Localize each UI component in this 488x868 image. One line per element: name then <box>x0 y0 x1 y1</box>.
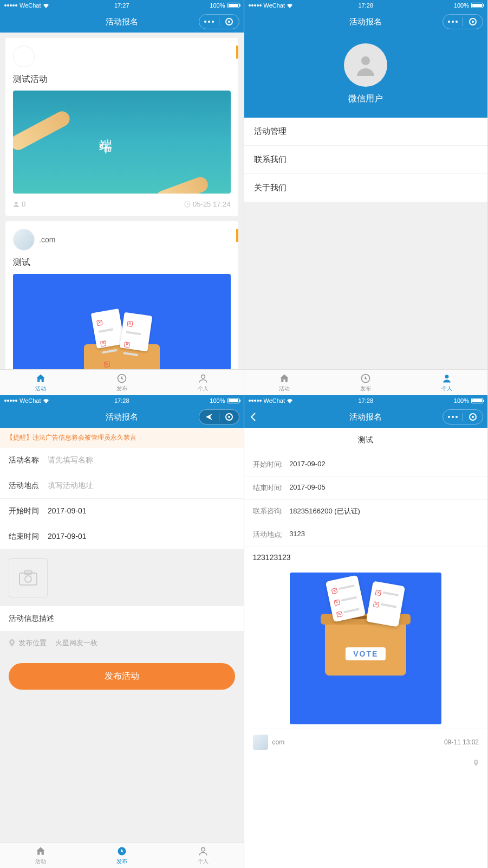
author-name: com <box>272 738 285 746</box>
capsule <box>199 14 239 29</box>
send-icon <box>205 413 213 421</box>
row-end: 结束时间:2017-09-05 <box>244 477 488 500</box>
back-button[interactable] <box>250 412 256 422</box>
capsule-menu-button[interactable] <box>443 410 463 424</box>
capsule-menu-button[interactable] <box>443 15 463 29</box>
header-title: 活动报名 <box>349 412 382 422</box>
row-start-time[interactable]: 开始时间 2017-09-01 <box>0 499 244 524</box>
publish-button[interactable]: 发布活动 <box>9 663 235 690</box>
tab-activity[interactable]: 活动 <box>0 843 81 868</box>
menu-about-us[interactable]: 关于我们 <box>244 174 488 202</box>
start-time-value: 2017-09-01 <box>48 506 87 516</box>
tab-publish[interactable]: 发布 <box>81 370 162 395</box>
svg-point-8 <box>25 576 31 582</box>
svg-point-5 <box>445 375 449 378</box>
person-icon <box>198 373 209 384</box>
svg-point-2 <box>201 375 205 378</box>
capsule <box>443 409 483 425</box>
tab-publish[interactable]: 发布 <box>325 370 406 395</box>
activity-title: 测试活动 <box>13 74 231 85</box>
tab-activity[interactable]: 活动 <box>0 370 81 395</box>
tabbar: 活动 发布 个人 <box>0 369 244 395</box>
clock-icon <box>184 201 191 208</box>
home-icon <box>279 373 290 384</box>
carrier: WeChat <box>19 2 41 9</box>
body: 测试 开始时间:2017-09-02 结束时间:2017-09-05 联系咨询:… <box>244 428 488 868</box>
tab-activity[interactable]: 活动 <box>244 370 326 395</box>
row-end-time[interactable]: 结束时间 2017-09-01 <box>0 524 244 550</box>
activity-date: 05-25 17:24 <box>193 200 230 208</box>
location-row <box>244 755 488 771</box>
home-icon <box>35 373 46 384</box>
status-time: 17:28 <box>358 397 373 404</box>
row-location[interactable]: 发布位置 火星网友一枚 <box>0 632 244 654</box>
tab-publish[interactable]: 发布 <box>81 843 162 868</box>
person-icon <box>13 201 19 208</box>
capsule-close-button[interactable] <box>463 410 483 424</box>
svg-point-10 <box>201 847 205 851</box>
activity-image: ✕✕✕ ✕✕ <box>13 274 231 369</box>
header: 活动报名 <box>0 11 244 33</box>
row-address[interactable]: 活动地点 填写活动地址 <box>0 473 244 499</box>
detail-title: 测试 <box>244 428 488 453</box>
author-row: com 09-11 13:02 <box>244 729 488 755</box>
row-contact: 联系咨询:18235166200 (已认证) <box>244 500 488 523</box>
detail-description: 123123123 <box>244 546 488 568</box>
menu-activity-manage[interactable]: 活动管理 <box>244 118 488 146</box>
location-icon <box>473 760 479 766</box>
activity-card[interactable]: 测试活动 端午 0 05-25 17:24 <box>5 38 238 216</box>
tabbar: 活动 发布 个人 <box>0 842 244 868</box>
screen-personal: WeChat 17:28 100% 活动报名 微信用户 活动管理 联系我们 关于… <box>244 0 489 395</box>
activity-card[interactable]: .com 测试 ✕✕✕ ✕✕ <box>5 221 238 369</box>
status-bar: WeChat 17:28 100% <box>244 0 488 11</box>
user-avatar[interactable] <box>344 43 387 87</box>
row-name[interactable]: 活动名称 请先填写名称 <box>0 448 244 473</box>
screen-activity-list: WeChat 17:27 100% 活动报名 测试活动 端午 <box>0 0 244 395</box>
card-meta: 0 05-25 17:24 <box>13 200 231 208</box>
header: 活动报名 <box>244 11 488 33</box>
author-avatar <box>13 46 35 67</box>
name-input[interactable]: 请先填写名称 <box>48 455 93 465</box>
accent-bar <box>236 46 238 59</box>
profile-header: 微信用户 <box>244 33 488 118</box>
capsule <box>199 409 239 425</box>
row-start: 开始时间:2017-09-02 <box>244 453 488 477</box>
participant-count: 0 <box>22 200 25 208</box>
person-icon <box>353 52 379 78</box>
status-time: 17:28 <box>114 397 129 404</box>
description-input[interactable]: 活动信息描述 <box>0 606 244 632</box>
capsule-close-button[interactable] <box>463 15 483 29</box>
author-avatar <box>13 229 35 250</box>
vote-label: VOTE <box>346 647 386 660</box>
address-input[interactable]: 填写活动地址 <box>48 481 93 491</box>
carrier: WeChat <box>264 397 285 404</box>
author-label: .com <box>39 235 55 244</box>
carrier: WeChat <box>264 2 285 9</box>
capsule-close-button[interactable] <box>219 410 239 424</box>
tab-personal[interactable]: 个人 <box>162 370 244 395</box>
status-time: 17:27 <box>114 2 129 9</box>
tab-personal[interactable]: 个人 <box>162 843 244 868</box>
screen-publish: WeChat 17:28 100% 活动报名 【提醒】违法广告信息将会被管理员永… <box>0 395 244 868</box>
home-icon <box>35 846 46 857</box>
warning-banner: 【提醒】违法广告信息将会被管理员永久禁言 <box>0 428 244 448</box>
svg-rect-6 <box>19 573 37 585</box>
header: 活动报名 <box>244 406 488 428</box>
image-upload-button[interactable] <box>9 558 48 597</box>
status-bar: WeChat 17:28 100% <box>244 395 488 406</box>
capsule-close-button[interactable] <box>219 15 239 29</box>
tab-personal[interactable]: 个人 <box>406 370 487 395</box>
person-icon <box>441 373 452 384</box>
svg-point-3 <box>361 56 370 65</box>
camera-icon <box>18 570 38 586</box>
status-bar: WeChat 17:27 100% <box>0 0 244 11</box>
person-icon <box>198 846 209 857</box>
detail-image: ✕✕✕ ✕✕ VOTE <box>290 573 441 724</box>
end-time-value: 2017-09-01 <box>48 532 87 542</box>
tabbar: 活动 发布 个人 <box>244 369 488 395</box>
share-button[interactable] <box>199 413 219 421</box>
activity-title: 测试 <box>13 257 231 268</box>
menu-contact-us[interactable]: 联系我们 <box>244 146 488 174</box>
capsule-menu-button[interactable] <box>199 15 219 29</box>
battery-pct: 100% <box>210 2 225 9</box>
